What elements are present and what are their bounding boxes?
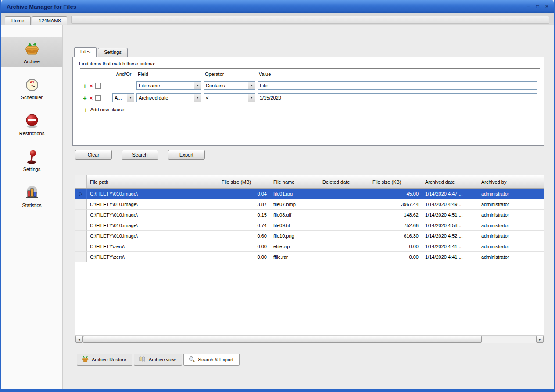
cell-file-name[interactable]: ffile.rar xyxy=(270,252,319,262)
sidebar-item-restrictions[interactable]: Restrictions xyxy=(1,109,62,139)
cell-file-size-mb[interactable]: 0.15 xyxy=(218,210,270,220)
sidebar-item-archive[interactable]: Archive xyxy=(1,37,62,67)
scrollbar-track[interactable] xyxy=(83,336,536,343)
cell-file-name[interactable]: efile.zip xyxy=(270,241,319,252)
cell-file-size-mb[interactable]: 0.04 xyxy=(218,189,270,199)
clause-value-input[interactable] xyxy=(258,81,537,90)
sidebar-item-scheduler[interactable]: 24 Scheduler xyxy=(1,73,62,103)
clause-value-input[interactable] xyxy=(258,93,537,102)
cell-file-name[interactable]: file10.png xyxy=(270,231,319,241)
scroll-right-icon[interactable]: ► xyxy=(536,336,544,343)
cell-file-size-mb[interactable]: 0.74 xyxy=(218,220,270,231)
operator-select[interactable]: Contains ▼ xyxy=(204,81,255,90)
cell-file-path[interactable]: C:\FILETY\010.image\ xyxy=(87,220,218,231)
table-row[interactable]: C:\FILETY\010.image\0.15file08.gif148.62… xyxy=(75,210,544,220)
cell-file-path[interactable]: C:\FILETY\zero\ xyxy=(87,241,218,252)
cell-file-name[interactable]: file01.jpg xyxy=(270,189,319,199)
cell-file-size-kb[interactable]: 752.66 xyxy=(369,220,422,231)
table-row[interactable]: C:\FILETY\010.image\3.87file07.bmp3967.4… xyxy=(75,199,544,210)
tab-archive-restore[interactable]: Archive-Restore xyxy=(77,354,132,366)
cell-file-path[interactable]: C:\FILETY\010.image\ xyxy=(87,199,218,210)
row-selector-cell[interactable] xyxy=(75,231,87,241)
cell-file-name[interactable]: file08.gif xyxy=(270,210,319,220)
andor-select[interactable]: A... ▼ xyxy=(112,93,134,102)
sidebar-item-settings[interactable]: Settings xyxy=(1,145,62,175)
scroll-left-icon[interactable]: ◄ xyxy=(75,336,83,343)
cell-deleted-date[interactable] xyxy=(319,189,369,199)
clause-checkbox[interactable] xyxy=(95,95,101,101)
cell-archived-date[interactable]: 1/14/2020 4:51 ... xyxy=(422,210,478,220)
chevron-down-icon[interactable]: ▼ xyxy=(248,94,255,102)
cell-file-size-mb[interactable]: 0.60 xyxy=(218,231,270,241)
cell-archived-by[interactable]: administrator xyxy=(478,241,544,252)
nav-tab-server[interactable]: 124MAM8 xyxy=(32,16,67,25)
scrollbar-thumb[interactable] xyxy=(83,336,482,343)
search-button[interactable]: Search xyxy=(122,150,158,160)
cell-deleted-date[interactable] xyxy=(319,220,369,231)
column-header-file-name[interactable]: File name xyxy=(270,175,319,188)
cell-file-size-kb[interactable]: 0.00 xyxy=(369,252,422,262)
column-header-archived-by[interactable]: Archived by xyxy=(478,175,544,188)
tab-archive-view[interactable]: Archive view xyxy=(134,354,182,366)
cell-file-size-mb[interactable]: 0.00 xyxy=(218,241,270,252)
chevron-down-icon[interactable]: ▼ xyxy=(194,94,201,102)
cell-file-size-kb[interactable]: 45.00 xyxy=(369,189,422,199)
cell-archived-date[interactable]: 1/14/2020 4:49 ... xyxy=(422,199,478,210)
operator-select[interactable]: < ▼ xyxy=(204,93,255,102)
nav-tab-home[interactable]: Home xyxy=(5,16,31,25)
close-button[interactable]: × xyxy=(545,4,548,9)
row-selector-cell[interactable] xyxy=(75,220,87,231)
chevron-down-icon[interactable]: ▼ xyxy=(248,82,255,89)
cell-file-size-mb[interactable]: 3.87 xyxy=(218,199,270,210)
row-pointer-cell[interactable]: ▷ xyxy=(75,189,87,199)
table-row[interactable]: C:\FILETY\010.image\0.60file10.png616.30… xyxy=(75,231,544,241)
cell-archived-date[interactable]: 1/14/2020 4:41 ... xyxy=(422,241,478,252)
cell-archived-date[interactable]: 1/14/2020 4:52 ... xyxy=(422,231,478,241)
tab-settings[interactable]: Settings xyxy=(98,48,128,57)
column-header-deleted-date[interactable]: Deleted date xyxy=(319,175,369,188)
add-new-clause[interactable]: + Add new clause xyxy=(80,104,540,115)
row-selector-cell[interactable] xyxy=(75,210,87,220)
clear-button[interactable]: Clear xyxy=(75,150,112,160)
cell-file-name[interactable]: file07.bmp xyxy=(270,199,319,210)
cell-file-size-mb[interactable]: 0.00 xyxy=(218,252,270,262)
row-selector-cell[interactable] xyxy=(75,241,87,252)
field-select[interactable]: File name ▼ xyxy=(136,81,201,90)
chevron-down-icon[interactable]: ▼ xyxy=(127,94,134,102)
table-row[interactable]: C:\FILETY\zero\0.00ffile.rar0.001/14/202… xyxy=(75,252,544,262)
horizontal-scrollbar[interactable]: ◄ ► xyxy=(75,335,544,343)
cell-deleted-date[interactable] xyxy=(319,199,369,210)
cell-deleted-date[interactable] xyxy=(319,241,369,252)
tab-files[interactable]: Files xyxy=(74,47,97,57)
row-selector-cell[interactable] xyxy=(75,252,87,262)
add-clause-icon[interactable]: + xyxy=(83,82,87,89)
cell-deleted-date[interactable] xyxy=(319,210,369,220)
cell-file-path[interactable]: C:\FILETY\010.image\ xyxy=(87,189,218,199)
cell-archived-by[interactable]: administrator xyxy=(478,220,544,231)
minimize-button[interactable]: – xyxy=(527,4,530,9)
remove-clause-icon[interactable]: × xyxy=(90,83,93,89)
cell-file-path[interactable]: C:\FILETY\010.image\ xyxy=(87,231,218,241)
cell-file-path[interactable]: C:\FILETY\zero\ xyxy=(87,252,218,262)
cell-file-size-kb[interactable]: 616.30 xyxy=(369,231,422,241)
table-row[interactable]: C:\FILETY\zero\0.00efile.zip0.001/14/202… xyxy=(75,241,544,252)
cell-file-size-kb[interactable]: 0.00 xyxy=(369,241,422,252)
cell-archived-date[interactable]: 1/14/2020 4:47 ... xyxy=(422,189,478,199)
column-header-file-size-mb[interactable]: File size (MB) xyxy=(218,175,270,188)
cell-archived-date[interactable]: 1/14/2020 4:41 ... xyxy=(422,252,478,262)
column-header-file-size-kb[interactable]: File size (KB) xyxy=(369,175,422,188)
cell-file-size-kb[interactable]: 3967.44 xyxy=(369,199,422,210)
table-row[interactable]: ▷C:\FILETY\010.image\0.04file01.jpg45.00… xyxy=(75,189,544,199)
chevron-down-icon[interactable]: ▼ xyxy=(194,82,201,89)
clause-checkbox[interactable] xyxy=(95,83,101,89)
cell-file-name[interactable]: file09.tif xyxy=(270,220,319,231)
tab-search-export[interactable]: Search & Export xyxy=(183,354,240,366)
field-select[interactable]: Archived date ▼ xyxy=(136,93,201,102)
cell-file-size-kb[interactable]: 148.62 xyxy=(369,210,422,220)
column-header-file-path[interactable]: File path xyxy=(87,175,218,188)
remove-clause-icon[interactable]: × xyxy=(90,95,93,101)
cell-deleted-date[interactable] xyxy=(319,231,369,241)
cell-archived-by[interactable]: administrator xyxy=(478,189,544,199)
cell-archived-by[interactable]: administrator xyxy=(478,199,544,210)
cell-archived-by[interactable]: administrator xyxy=(478,252,544,262)
